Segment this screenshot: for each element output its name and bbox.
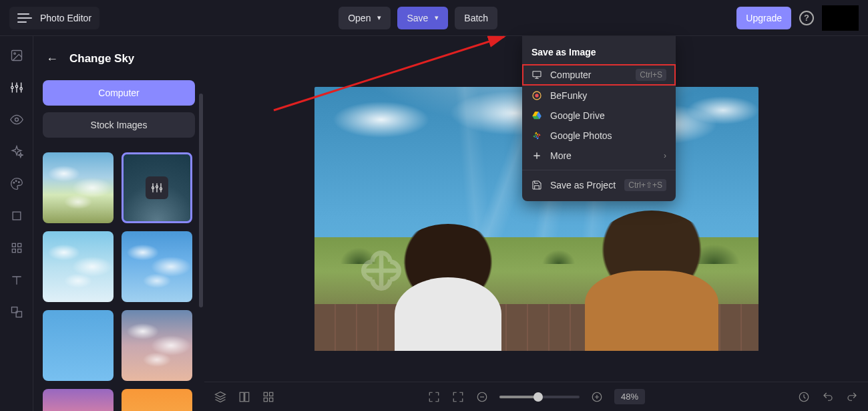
- dropdown-separator: [522, 170, 676, 170]
- app-menu[interactable]: Photo Editor: [9, 7, 99, 29]
- eye-tool-icon[interactable]: [9, 112, 24, 127]
- sky-thumb[interactable]: [122, 389, 192, 411]
- svg-point-6: [13, 182, 15, 184]
- bottombar: 48%: [204, 382, 868, 411]
- svg-point-2: [11, 86, 13, 88]
- upgrade-label: Upgrade: [746, 13, 782, 23]
- dropdown-item-label: Google Drive: [550, 110, 605, 121]
- panel-scrollbar[interactable]: [199, 74, 203, 411]
- google-drive-icon: [531, 110, 542, 121]
- batch-button[interactable]: Batch: [455, 7, 497, 29]
- dropdown-item-gdrive[interactable]: Google Drive: [522, 106, 676, 126]
- svg-rect-11: [17, 243, 21, 247]
- expand-icon[interactable]: [427, 390, 441, 404]
- grid-icon[interactable]: [262, 390, 275, 404]
- undo-icon[interactable]: [821, 390, 835, 404]
- panel-header: ← Change Sky: [43, 49, 195, 68]
- svg-point-3: [15, 86, 17, 88]
- save-icon: [531, 180, 542, 190]
- sky-thumb[interactable]: [122, 152, 192, 223]
- tab-stock-images[interactable]: Stock Images: [43, 112, 195, 138]
- app-title: Photo Editor: [40, 13, 91, 23]
- save-dropdown: Save as Image Computer Ctrl+S BeFunky Go…: [522, 36, 676, 201]
- text-tool-icon[interactable]: [9, 273, 24, 287]
- zoom-slider[interactable]: [499, 396, 580, 398]
- help-icon[interactable]: ?: [799, 11, 814, 25]
- bottom-center-group: 48%: [427, 389, 645, 404]
- svg-point-16: [152, 187, 154, 189]
- zoom-out-icon[interactable]: [475, 390, 489, 404]
- open-button[interactable]: Open ▾: [339, 7, 391, 29]
- save-label: Save: [407, 13, 428, 23]
- top-right: Upgrade ?: [736, 5, 859, 31]
- user-avatar[interactable]: [822, 5, 859, 31]
- keyboard-shortcut: Ctrl+⇧+S: [624, 179, 666, 191]
- sparkle-tool-icon[interactable]: [9, 144, 24, 159]
- top-center-buttons: Open ▾ Save ▾ Batch: [339, 7, 497, 29]
- topbar: Photo Editor Open ▾ Save ▾ Batch Upgrade…: [0, 0, 868, 36]
- dropdown-item-label: BeFunky: [550, 90, 587, 101]
- befunky-icon: [531, 90, 542, 101]
- zoom-in-icon[interactable]: [590, 390, 604, 404]
- zoom-value[interactable]: 48%: [614, 389, 645, 404]
- layers-icon[interactable]: [214, 390, 227, 404]
- sky-thumb[interactable]: [122, 231, 192, 302]
- sliders-tool-icon[interactable]: [9, 80, 24, 95]
- fit-icon[interactable]: [451, 390, 465, 404]
- dropdown-item-more[interactable]: More ›: [522, 146, 676, 166]
- svg-point-4: [20, 88, 22, 90]
- svg-rect-24: [245, 392, 249, 402]
- svg-rect-25: [264, 392, 267, 396]
- open-label: Open: [348, 13, 371, 23]
- svg-rect-9: [13, 212, 21, 220]
- keyboard-shortcut: Ctrl+S: [636, 69, 666, 81]
- google-photos-icon: [531, 130, 542, 141]
- bottom-left-group: [214, 390, 275, 404]
- sky-thumb[interactable]: [122, 310, 192, 381]
- save-button[interactable]: Save ▾: [397, 7, 448, 29]
- adjust-badge-icon[interactable]: [146, 176, 168, 199]
- svg-rect-12: [12, 249, 15, 253]
- canvas-person-right: [578, 211, 725, 351]
- sky-thumb[interactable]: [43, 310, 114, 381]
- dropdown-item-gphotos[interactable]: Google Photos: [522, 126, 676, 146]
- svg-rect-28: [270, 398, 273, 401]
- back-button[interactable]: ←: [43, 49, 61, 68]
- dropdown-item-computer[interactable]: Computer Ctrl+S: [522, 64, 676, 86]
- monitor-icon: [531, 70, 542, 80]
- svg-point-17: [156, 186, 158, 188]
- panel-tabs: Computer Stock Images: [43, 80, 195, 138]
- retouch-tool-icon[interactable]: [9, 241, 24, 255]
- svg-rect-23: [240, 392, 244, 402]
- crop-tool-icon[interactable]: [9, 209, 24, 223]
- svg-rect-27: [264, 398, 267, 401]
- sky-thumb[interactable]: [43, 152, 114, 223]
- bottom-right-group: [797, 390, 859, 404]
- svg-point-7: [15, 180, 17, 182]
- history-icon[interactable]: [797, 390, 811, 404]
- compare-icon[interactable]: [238, 390, 251, 404]
- batch-label: Batch: [464, 13, 488, 23]
- plus-icon: [531, 150, 542, 161]
- dropdown-header: Save as Image: [522, 44, 676, 64]
- shapes-tool-icon[interactable]: [9, 305, 24, 319]
- panel-title: Change Sky: [69, 52, 134, 65]
- side-panel: ← Change Sky Computer Stock Images: [33, 36, 204, 411]
- chevron-down-icon: ▾: [435, 13, 439, 22]
- sky-thumb[interactable]: [43, 389, 114, 411]
- watermark-icon: [355, 244, 408, 297]
- svg-rect-26: [270, 392, 273, 396]
- chevron-down-icon: ▾: [377, 13, 381, 22]
- sky-thumb[interactable]: [43, 231, 114, 302]
- svg-rect-19: [533, 72, 541, 77]
- dropdown-item-save-project[interactable]: Save as Project Ctrl+⇧+S: [522, 174, 676, 196]
- dropdown-item-befunky[interactable]: BeFunky: [522, 86, 676, 106]
- upgrade-button[interactable]: Upgrade: [736, 7, 791, 29]
- toolstrip: [0, 36, 33, 411]
- svg-point-1: [13, 53, 15, 55]
- redo-icon[interactable]: [845, 390, 859, 404]
- palette-tool-icon[interactable]: [9, 176, 24, 191]
- dropdown-item-label: Computer: [550, 70, 591, 80]
- image-tool-icon[interactable]: [9, 48, 24, 63]
- tab-computer[interactable]: Computer: [43, 80, 195, 106]
